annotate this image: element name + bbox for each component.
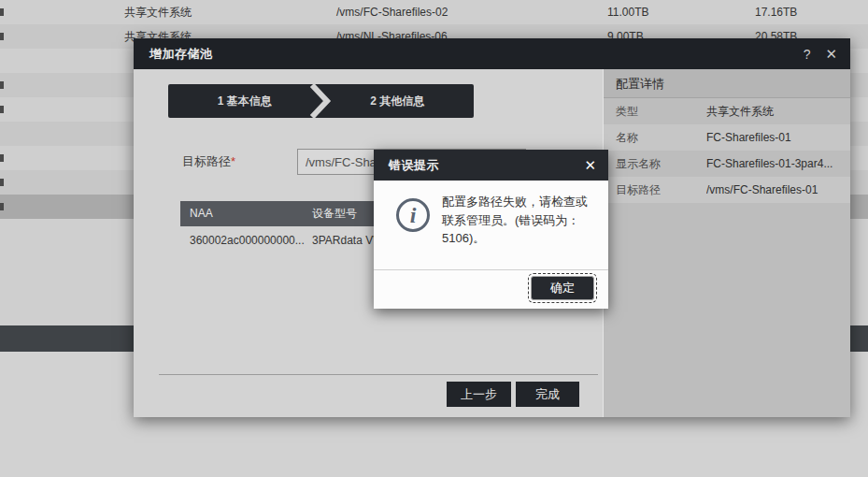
error-dialog: 错误提示 ✕ i 配置多路径失败，请检查或联系管理员。(错误码为：5106)。 … [374, 150, 608, 309]
row-expand-icon [0, 8, 4, 16]
config-details-panel: 配置详情 类型 共享文件系统 名称 FC-Sharefiles-01 显示名称 … [603, 69, 850, 417]
target-path-label: 目标路径* [182, 153, 235, 170]
error-dialog-titlebar: 错误提示 ✕ [374, 150, 608, 181]
required-mark: * [231, 154, 235, 168]
footer-divider [159, 374, 598, 375]
titlebar-actions: ? ✕ [804, 47, 837, 61]
cell-type: 共享文件系统 [124, 0, 192, 24]
cell-path: /vms/FC-Sharefiles-02 [336, 0, 448, 24]
cell-capacity: 11.00TB [607, 0, 648, 24]
details-row-target-path: 目标路径 /vms/FC-Sharefiles-01 [604, 177, 850, 203]
details-panel-title: 配置详情 [604, 69, 850, 98]
row-expand-icon [0, 154, 4, 162]
step-other-info[interactable]: 2 其他信息 [321, 94, 475, 109]
cell-naa: 360002ac000000000... [180, 226, 308, 254]
info-icon: i [396, 198, 430, 232]
row-expand-icon [0, 179, 4, 186]
close-icon[interactable]: ✕ [584, 158, 596, 172]
dialog-titlebar: 增加存储池 ? ✕ [134, 38, 850, 69]
wizard-steps: 1 基本信息 2 其他信息 [168, 84, 474, 118]
details-row-type: 类型 共享文件系统 [604, 98, 850, 124]
previous-button[interactable]: 上一步 [447, 382, 511, 407]
step-basic-info[interactable]: 1 基本信息 [168, 94, 321, 109]
cell-total: 17.16TB [755, 0, 797, 24]
dialog-title: 增加存储池 [149, 46, 213, 63]
details-row-display-name: 显示名称 FC-Sharefiles-01-3par4... [604, 151, 850, 177]
error-footer-divider [374, 269, 608, 270]
row-expand-icon [0, 33, 4, 40]
error-message: 配置多路径失败，请检查或联系管理员。(错误码为：5106)。 [442, 193, 596, 248]
screen: 共享文件系统 /vms/FC-Sharefiles-02 11.00TB 17.… [0, 0, 868, 477]
chevron-right-icon [306, 84, 334, 118]
error-dialog-title: 错误提示 [389, 157, 439, 174]
help-icon[interactable]: ? [804, 48, 811, 61]
header-naa: NAA [180, 201, 308, 226]
ok-button[interactable]: 确定 [531, 276, 594, 300]
row-expand-icon [0, 203, 4, 210]
row-expand-icon [0, 81, 4, 89]
finish-button[interactable]: 完成 [516, 382, 579, 407]
table-row[interactable]: 共享文件系统 /vms/FC-Sharefiles-02 11.00TB 17.… [0, 0, 868, 24]
close-icon[interactable]: ✕ [825, 47, 837, 61]
error-dialog-body: i 配置多路径失败，请检查或联系管理员。(错误码为：5106)。 [374, 181, 608, 270]
details-row-name: 名称 FC-Sharefiles-01 [604, 124, 850, 151]
row-expand-icon [0, 106, 4, 113]
